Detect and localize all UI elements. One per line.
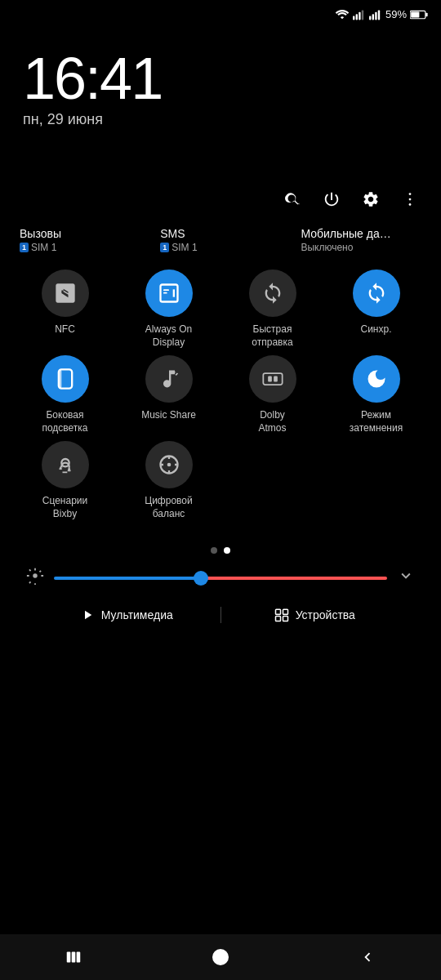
action-bar xyxy=(13,188,428,211)
media-label: Мультимедиа xyxy=(101,608,173,621)
digital-balance-label: Цифровойбаланс xyxy=(145,495,192,520)
quick-share-circle xyxy=(249,270,296,317)
sync-circle xyxy=(353,270,400,317)
svg-rect-4 xyxy=(369,16,371,20)
brightness-slider[interactable] xyxy=(54,577,387,580)
brightness-thumb xyxy=(194,571,208,586)
edge-lighting-label: Боковаяподсветка xyxy=(42,409,87,434)
calls-tile[interactable]: Вызовы 1 SIM 1 xyxy=(20,227,140,253)
svg-rect-0 xyxy=(353,16,354,20)
edge-lighting-toggle[interactable]: Боковаяподсветка xyxy=(16,355,114,434)
svg-point-12 xyxy=(409,198,412,201)
svg-point-25 xyxy=(167,463,171,467)
svg-rect-14 xyxy=(160,285,177,302)
bixby-toggle[interactable]: СценарииBixby xyxy=(16,441,114,520)
recents-button[interactable] xyxy=(49,941,98,973)
svg-rect-21 xyxy=(268,376,272,382)
page-dot-1[interactable] xyxy=(211,547,217,554)
page-dot-2[interactable] xyxy=(224,547,230,554)
svg-rect-28 xyxy=(275,616,280,621)
clock-date: пн, 29 июня xyxy=(23,111,162,128)
signal1-icon xyxy=(353,9,366,20)
signal2-icon xyxy=(369,9,382,20)
nfc-toggle[interactable]: NFC xyxy=(16,270,114,349)
dolby-label: DolbyAtmos xyxy=(258,409,286,434)
quick-share-label: Быстраяотправка xyxy=(252,323,292,349)
mobile-data-label: Мобильные да… xyxy=(301,227,390,240)
night-mode-toggle[interactable]: Режимзатемнения xyxy=(327,355,425,434)
aod-toggle[interactable]: Always OnDisplay xyxy=(120,270,217,349)
expand-button[interactable] xyxy=(397,567,415,590)
svg-point-11 xyxy=(409,193,412,195)
svg-rect-20 xyxy=(263,373,282,385)
svg-rect-2 xyxy=(359,11,360,20)
svg-rect-9 xyxy=(425,12,427,16)
back-button[interactable] xyxy=(343,941,392,973)
night-mode-label: Режимзатемнения xyxy=(350,409,403,434)
dolby-circle xyxy=(249,355,296,403)
svg-rect-1 xyxy=(356,14,358,20)
svg-rect-22 xyxy=(274,376,278,382)
nav-bar xyxy=(0,934,441,980)
svg-rect-32 xyxy=(77,952,81,963)
battery-text: 59% xyxy=(385,8,407,20)
digital-balance-circle xyxy=(145,441,193,488)
svg-rect-29 xyxy=(283,616,287,621)
sms-tile[interactable]: SMS 1 SIM 1 xyxy=(160,227,281,253)
toggle-grid: NFC Always OnDisplay Быстраяотправка xyxy=(13,270,428,521)
aod-label: Always OnDisplay xyxy=(145,323,192,349)
sync-label: Синхр. xyxy=(360,323,391,336)
svg-rect-6 xyxy=(375,11,376,20)
sms-sub: 1 SIM 1 xyxy=(160,242,197,253)
bixby-circle xyxy=(42,441,89,488)
search-button[interactable] xyxy=(281,188,304,211)
svg-rect-5 xyxy=(372,14,374,20)
svg-rect-3 xyxy=(362,10,363,20)
home-button[interactable] xyxy=(196,941,245,973)
clock-time: 16:41 xyxy=(23,49,162,108)
status-icons: 59% xyxy=(335,8,428,20)
music-share-toggle[interactable]: Music Share xyxy=(120,355,217,434)
night-mode-circle xyxy=(353,355,400,403)
devices-button[interactable]: Устройства xyxy=(221,601,409,629)
calls-sub: 1 SIM 1 xyxy=(20,242,56,253)
brightness-row xyxy=(13,554,428,590)
svg-point-19 xyxy=(172,371,176,374)
more-button[interactable] xyxy=(399,188,421,211)
bixby-label: СценарииBixby xyxy=(42,495,87,520)
svg-rect-26 xyxy=(275,609,280,614)
edge-lighting-circle xyxy=(42,355,89,403)
mobile-data-tile[interactable]: Мобильные да… Выключено xyxy=(301,227,421,253)
wifi-icon xyxy=(335,9,350,20)
nfc-circle xyxy=(42,270,89,317)
media-row: Мультимедиа Устройства xyxy=(13,590,428,629)
digital-balance-toggle[interactable]: Цифровойбаланс xyxy=(120,441,217,520)
svg-rect-7 xyxy=(378,10,380,20)
sms-label: SMS xyxy=(160,227,185,240)
svg-rect-16 xyxy=(163,292,167,294)
clock-area: 16:41 пн, 29 июня xyxy=(23,49,162,128)
battery-icon xyxy=(410,10,428,20)
music-share-circle xyxy=(145,355,193,403)
power-button[interactable] xyxy=(320,188,343,211)
svg-point-33 xyxy=(213,950,228,964)
quick-share-toggle[interactable]: Быстраяотправка xyxy=(224,270,321,349)
quick-settings: Вызовы 1 SIM 1 SMS 1 SIM 1 Мобильные да…… xyxy=(0,188,441,629)
media-button[interactable]: Мультимедиа xyxy=(33,601,220,629)
status-bar: 59% xyxy=(335,8,428,20)
svg-rect-31 xyxy=(72,952,76,963)
sms-sim-badge: 1 xyxy=(160,243,169,252)
svg-rect-30 xyxy=(67,952,71,963)
dolby-toggle[interactable]: DolbyAtmos xyxy=(224,355,321,434)
network-row: Вызовы 1 SIM 1 SMS 1 SIM 1 Мобильные да…… xyxy=(13,227,428,253)
nfc-label: NFC xyxy=(55,323,75,336)
settings-button[interactable] xyxy=(359,188,382,211)
svg-point-13 xyxy=(409,203,412,206)
sync-toggle[interactable]: Синхр. xyxy=(327,270,425,349)
calls-label: Вызовы xyxy=(20,227,61,240)
svg-rect-15 xyxy=(163,289,169,291)
svg-rect-10 xyxy=(411,11,419,17)
music-share-label: Music Share xyxy=(141,409,196,422)
page-indicators xyxy=(13,547,428,554)
calls-sim-badge: 1 xyxy=(20,243,29,252)
